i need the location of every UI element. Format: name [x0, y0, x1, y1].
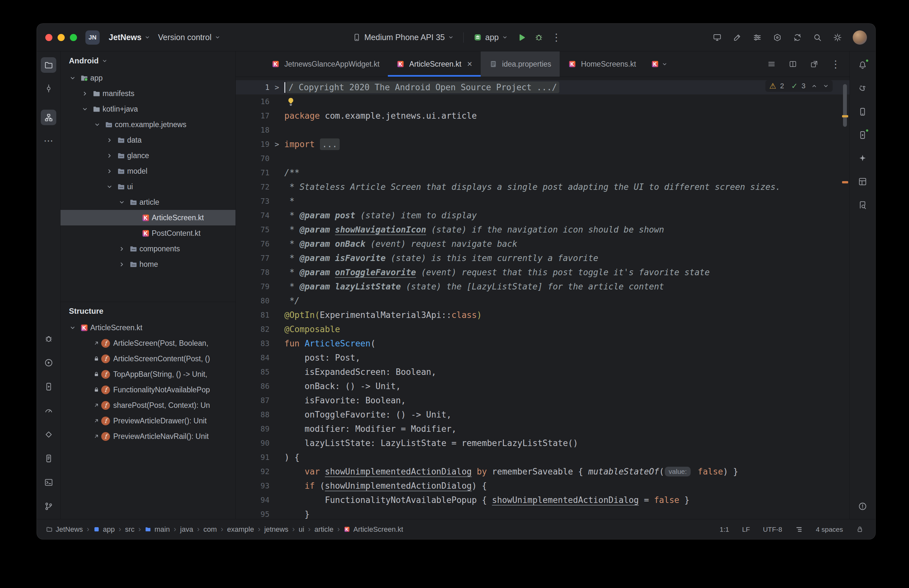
version-control-icon[interactable] [41, 498, 56, 514]
running-devices-icon[interactable] [855, 127, 870, 143]
tree-chevron-icon[interactable] [79, 106, 90, 112]
code-text[interactable]: * @param onToggleFavorite (event) reques… [284, 268, 710, 277]
intention-bulb-icon[interactable] [286, 96, 296, 107]
code-text[interactable]: * @param post (state) item to display [284, 210, 477, 220]
code-text[interactable]: modifier: Modifier = Modifier, [284, 424, 457, 434]
breadcrumb-app[interactable]: app [93, 525, 115, 534]
tree-chevron-icon[interactable] [116, 199, 127, 205]
code-text[interactable]: isFavorite: Boolean, [284, 396, 406, 405]
more-tools-icon[interactable]: ⋯ [41, 133, 56, 149]
structure-item-topappbar-string-unit[interactable]: fTopAppBar(String, () -> Unit, [60, 367, 236, 382]
tree-item-articlescreen-kt[interactable]: ArticleScreen.kt [60, 210, 236, 225]
previous-problem-icon[interactable] [811, 83, 817, 89]
structure-item-sharepost-post-context-un[interactable]: fsharePost(Post, Context): Un [60, 397, 236, 413]
commit-icon[interactable] [41, 81, 56, 96]
fold-marker-icon[interactable]: > [270, 83, 284, 92]
sync-icon[interactable] [790, 30, 805, 45]
tab-homescreens-kt[interactable]: HomeScreens.kt [560, 52, 644, 77]
code-text[interactable]: } [284, 509, 310, 519]
code-text[interactable]: * @param lazyListState (state) the [Lazy… [284, 282, 664, 291]
caret-position-widget[interactable]: 1:1 [720, 526, 729, 533]
app-quality-insights-icon[interactable] [41, 426, 56, 442]
layout-inspector-icon[interactable] [855, 174, 870, 189]
code-text[interactable]: var showUnimplementedActionDialog by rem… [284, 467, 738, 477]
user-avatar[interactable] [853, 31, 867, 45]
code-text[interactable]: * @param isFavorite (state) is this item… [284, 253, 599, 263]
structure-item-articlescreen-post-boolean[interactable]: fArticleScreen(Post, Boolean, [60, 335, 236, 351]
zoom-window-button[interactable] [70, 34, 77, 41]
breadcrumb-main[interactable]: main [145, 525, 170, 534]
split-editor-icon[interactable] [786, 57, 800, 71]
breadcrumb-jetnews[interactable]: jetnews [264, 525, 289, 534]
problems-icon[interactable] [855, 498, 870, 514]
tree-chevron-icon[interactable] [104, 153, 115, 159]
tab-idea-properties[interactable]: idea.properties [481, 52, 560, 77]
tab-articlescreen-kt[interactable]: ArticleScreen.kt× [388, 52, 481, 77]
plugins-icon[interactable] [770, 30, 785, 45]
structure-item-previewarticlenavrail-unit[interactable]: fPreviewArticleNavRail(): Unit [60, 428, 236, 444]
breadcrumb-jetnews[interactable]: JetNews [46, 525, 83, 534]
editor-tabs-list-icon[interactable] [765, 57, 778, 71]
breadcrumb-src[interactable]: src [125, 525, 134, 534]
code-text[interactable]: /** [284, 168, 300, 178]
find-document-icon[interactable] [855, 197, 870, 213]
indent-style-icon[interactable] [795, 526, 803, 533]
code-text[interactable]: import ... [284, 139, 340, 150]
detach-editor-icon[interactable] [807, 57, 821, 71]
code-text[interactable]: */ [284, 296, 300, 305]
structure-item-articlescreencontent-post[interactable]: fArticleScreenContent(Post, () [60, 351, 236, 367]
tree-chevron-icon[interactable] [116, 261, 127, 268]
settings-icon[interactable] [830, 30, 845, 45]
readonly-toggle[interactable] [856, 526, 864, 533]
line-separator-widget[interactable]: LF [742, 526, 750, 533]
project-folder-icon[interactable] [41, 57, 56, 73]
next-problem-icon[interactable] [823, 83, 829, 89]
debug-button[interactable] [531, 30, 546, 45]
project-view-selector[interactable]: Android [60, 52, 236, 70]
tree-item-glance[interactable]: glance [60, 148, 236, 163]
code-viewport[interactable]: 1>/ Copyright 2020 The Android Open Sour… [236, 77, 849, 519]
tree-item-data[interactable]: data [60, 132, 236, 148]
running-devices-icon[interactable] [41, 379, 56, 394]
run-configuration-selector[interactable]: app [469, 30, 512, 45]
tree-item-manifests[interactable]: manifests [60, 86, 236, 101]
project-widget[interactable]: JetNews [105, 30, 154, 45]
tree-chevron-icon[interactable] [67, 75, 78, 81]
code-text[interactable]: if (showUnimplementedActionDialog) { [284, 481, 487, 491]
indent-widget[interactable]: 4 spaces [816, 526, 843, 533]
tree-item-postcontent-kt[interactable]: PostContent.kt [60, 225, 236, 241]
device-selector[interactable]: Medium Phone API 35 [349, 30, 457, 45]
close-window-button[interactable] [45, 34, 52, 41]
code-text[interactable] [284, 96, 296, 107]
logcat-icon[interactable] [41, 451, 56, 466]
code-text[interactable]: * [284, 196, 294, 206]
tree-chevron-icon[interactable] [79, 90, 90, 97]
breadcrumb-example[interactable]: example [227, 525, 254, 534]
tree-item-home[interactable]: home [60, 257, 236, 272]
tree-chevron-icon[interactable] [92, 122, 103, 128]
run-button[interactable] [514, 30, 529, 45]
inspection-widget[interactable]: ⚠ 2 ✓ 3 [765, 80, 833, 92]
gemini-icon[interactable] [855, 150, 870, 166]
breadcrumb-article[interactable]: article [315, 525, 334, 534]
close-tab-icon[interactable]: × [467, 60, 472, 69]
code-text[interactable]: FunctionalityNotAvailablePopup { showUni… [284, 495, 689, 505]
code-text[interactable]: @Composable [284, 325, 340, 334]
gradle-icon[interactable] [855, 81, 870, 96]
code-text[interactable]: lazyListState: LazyListState = rememberL… [284, 438, 578, 448]
code-text[interactable]: * @param showNavigationIcon (state) if t… [284, 225, 664, 234]
code-text[interactable]: / Copyright 2020 The Android Open Source… [284, 81, 559, 93]
tree-chevron-icon[interactable] [116, 246, 127, 252]
stripe-warning-mark[interactable] [842, 181, 848, 183]
breadcrumb-com[interactable]: com [203, 525, 217, 534]
hidden-tabs-dropdown[interactable] [651, 52, 667, 77]
terminal-icon[interactable] [41, 475, 56, 490]
structure-item-functionalitynotavailablepop[interactable]: fFunctionalityNotAvailablePop [60, 382, 236, 397]
stripe-warning-mark[interactable] [842, 115, 848, 117]
tree-chevron-icon[interactable] [104, 168, 115, 174]
code-text[interactable]: @OptIn(ExperimentalMaterial3Api::class) [284, 310, 482, 320]
tree-item-article[interactable]: article [60, 194, 236, 210]
code-text[interactable]: onToggleFavorite: () -> Unit, [284, 410, 452, 420]
fold-marker-icon[interactable]: > [270, 140, 284, 149]
vcs-widget[interactable]: Version control [154, 30, 224, 45]
